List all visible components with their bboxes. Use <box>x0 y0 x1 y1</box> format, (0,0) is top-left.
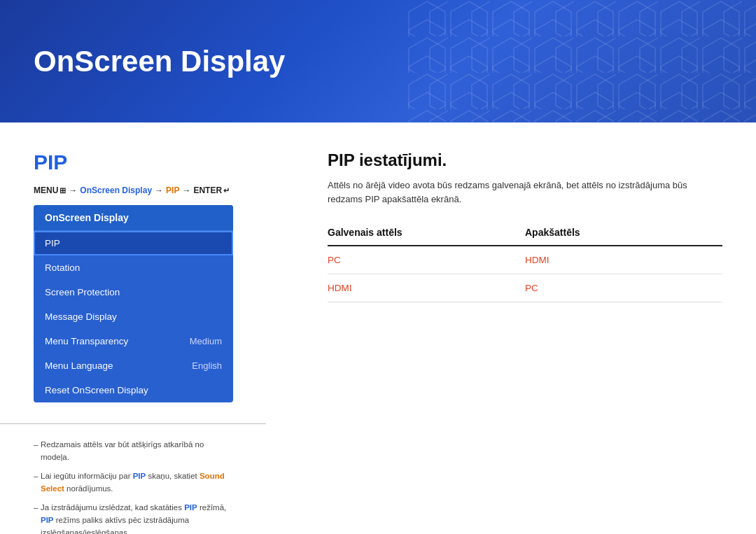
osd-menu-header: OnScreen Display <box>34 205 233 231</box>
osd-menu-box: OnScreen Display PIP Rotation Screen Pro… <box>34 205 233 402</box>
menu-item-menu-transparency[interactable]: Menu Transparency Medium <box>34 329 233 353</box>
enter-icon: ↵ <box>223 186 230 195</box>
menu-path: MENU ⊞ → OnScreen Display → PIP → ENTER … <box>34 185 286 195</box>
note-pip-highlight-2: PIP <box>184 503 197 512</box>
footer-note-1: Redzamais attēls var būt atšķirīgs atkar… <box>34 438 232 464</box>
header-pattern <box>406 0 756 122</box>
menu-item-screen-protection[interactable]: Screen Protection <box>34 280 233 304</box>
page-header: OnScreen Display <box>0 0 756 122</box>
menu-path-pip: PIP <box>166 185 179 195</box>
menu-path-onscreen: OnScreen Display <box>80 185 152 195</box>
menu-item-message-display[interactable]: Message Display <box>34 304 233 329</box>
menu-item-message-display-label: Message Display <box>45 311 117 322</box>
right-column: PIP iestatījumi. Attēls no ārējā video a… <box>286 150 722 402</box>
table-col2-header: Apakšattēls <box>525 221 722 246</box>
menu-item-menu-transparency-label: Menu Transparency <box>45 336 128 346</box>
menu-item-rotation-label: Rotation <box>45 262 80 273</box>
table-row: HDMI PC <box>328 274 722 302</box>
menu-item-reset-onscreen-label: Reset OnScreen Display <box>45 385 148 395</box>
page-title: OnScreen Display <box>34 45 285 78</box>
menu-item-rotation[interactable]: Rotation <box>34 255 233 280</box>
menu-item-menu-language[interactable]: Menu Language English <box>34 353 233 378</box>
pip-settings-title: PIP iestatījumi. <box>328 150 722 170</box>
menu-item-menu-language-value: English <box>192 360 222 371</box>
pip-settings-description: Attēls no ārējā video avota būs redzams … <box>328 178 722 206</box>
table-cell-row2-col1: HDMI <box>328 274 525 302</box>
menu-item-reset-onscreen[interactable]: Reset OnScreen Display <box>34 378 233 402</box>
pip-section-heading: PIP <box>34 150 286 174</box>
main-content: PIP MENU ⊞ → OnScreen Display → PIP → EN… <box>0 122 756 423</box>
menu-item-menu-language-label: Menu Language <box>45 360 113 371</box>
menu-path-enter: ENTER <box>193 185 222 195</box>
menu-icon: ⊞ <box>59 186 66 195</box>
menu-item-menu-transparency-value: Medium <box>190 336 222 346</box>
left-column: PIP MENU ⊞ → OnScreen Display → PIP → EN… <box>34 150 286 402</box>
svg-rect-3 <box>406 0 756 122</box>
table-col1-header: Galvenais attēls <box>328 221 525 246</box>
table-cell-row1-col2: HDMI <box>525 246 722 274</box>
note-pip-highlight: PIP <box>133 472 146 480</box>
menu-item-screen-protection-label: Screen Protection <box>45 287 120 297</box>
footer-note-2: Lai iegūtu informāciju par PIP skaņu, sk… <box>34 470 232 496</box>
note-pip-highlight-3: PIP <box>41 516 54 524</box>
table-cell-row2-col2: PC <box>525 274 722 302</box>
footer-note-3: Ja izstrādājumu izslēdzat, kad skatāties… <box>34 501 232 534</box>
menu-path-menu: MENU <box>34 185 58 195</box>
menu-item-pip[interactable]: PIP <box>34 231 233 255</box>
pip-table: Galvenais attēls Apakšattēls PC HDMI HDM… <box>328 221 722 302</box>
table-cell-row1-col1: PC <box>328 246 525 274</box>
footer-notes: Redzamais attēls var būt atšķirīgs atkar… <box>0 423 266 534</box>
table-row: PC HDMI <box>328 246 722 274</box>
menu-item-pip-label: PIP <box>45 238 60 248</box>
